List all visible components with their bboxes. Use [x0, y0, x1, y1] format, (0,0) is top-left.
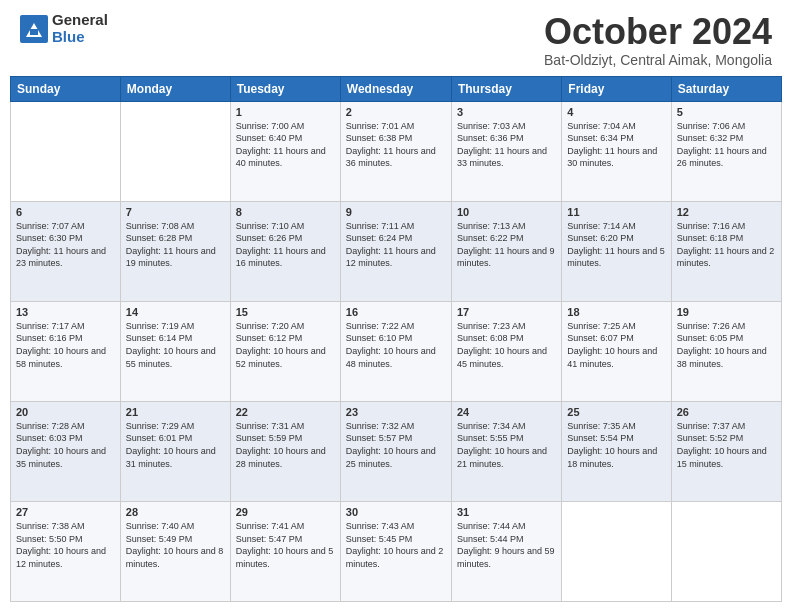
day-number: 26 [677, 406, 776, 418]
day-number: 12 [677, 206, 776, 218]
day-info: Sunrise: 7:06 AM Sunset: 6:32 PM Dayligh… [677, 120, 776, 170]
day-number: 6 [16, 206, 115, 218]
table-row: 22Sunrise: 7:31 AM Sunset: 5:59 PM Dayli… [230, 401, 340, 501]
day-number: 28 [126, 506, 225, 518]
day-number: 27 [16, 506, 115, 518]
day-info: Sunrise: 7:07 AM Sunset: 6:30 PM Dayligh… [16, 220, 115, 270]
day-info: Sunrise: 7:16 AM Sunset: 6:18 PM Dayligh… [677, 220, 776, 270]
table-row [671, 501, 781, 601]
logo-general-text: General [52, 12, 108, 29]
day-info: Sunrise: 7:43 AM Sunset: 5:45 PM Dayligh… [346, 520, 446, 570]
table-row: 26Sunrise: 7:37 AM Sunset: 5:52 PM Dayli… [671, 401, 781, 501]
table-row: 3Sunrise: 7:03 AM Sunset: 6:36 PM Daylig… [451, 101, 561, 201]
table-row: 18Sunrise: 7:25 AM Sunset: 6:07 PM Dayli… [562, 301, 671, 401]
day-info: Sunrise: 7:14 AM Sunset: 6:20 PM Dayligh… [567, 220, 665, 270]
day-info: Sunrise: 7:25 AM Sunset: 6:07 PM Dayligh… [567, 320, 665, 370]
week-row: 1Sunrise: 7:00 AM Sunset: 6:40 PM Daylig… [11, 101, 782, 201]
table-row: 29Sunrise: 7:41 AM Sunset: 5:47 PM Dayli… [230, 501, 340, 601]
week-row: 27Sunrise: 7:38 AM Sunset: 5:50 PM Dayli… [11, 501, 782, 601]
day-info: Sunrise: 7:32 AM Sunset: 5:57 PM Dayligh… [346, 420, 446, 470]
day-of-week-friday: Friday [562, 76, 671, 101]
day-info: Sunrise: 7:23 AM Sunset: 6:08 PM Dayligh… [457, 320, 556, 370]
calendar-table: SundayMondayTuesdayWednesdayThursdayFrid… [10, 76, 782, 602]
header-row: SundayMondayTuesdayWednesdayThursdayFrid… [11, 76, 782, 101]
day-number: 30 [346, 506, 446, 518]
day-number: 31 [457, 506, 556, 518]
calendar: SundayMondayTuesdayWednesdayThursdayFrid… [0, 76, 792, 612]
day-number: 3 [457, 106, 556, 118]
table-row: 14Sunrise: 7:19 AM Sunset: 6:14 PM Dayli… [120, 301, 230, 401]
table-row: 9Sunrise: 7:11 AM Sunset: 6:24 PM Daylig… [340, 201, 451, 301]
table-row: 25Sunrise: 7:35 AM Sunset: 5:54 PM Dayli… [562, 401, 671, 501]
table-row: 27Sunrise: 7:38 AM Sunset: 5:50 PM Dayli… [11, 501, 121, 601]
day-info: Sunrise: 7:28 AM Sunset: 6:03 PM Dayligh… [16, 420, 115, 470]
day-number: 24 [457, 406, 556, 418]
logo-text: General Blue [52, 12, 108, 45]
day-of-week-sunday: Sunday [11, 76, 121, 101]
day-info: Sunrise: 7:40 AM Sunset: 5:49 PM Dayligh… [126, 520, 225, 570]
day-number: 14 [126, 306, 225, 318]
day-info: Sunrise: 7:38 AM Sunset: 5:50 PM Dayligh… [16, 520, 115, 570]
day-number: 4 [567, 106, 665, 118]
table-row: 20Sunrise: 7:28 AM Sunset: 6:03 PM Dayli… [11, 401, 121, 501]
day-number: 17 [457, 306, 556, 318]
day-info: Sunrise: 7:37 AM Sunset: 5:52 PM Dayligh… [677, 420, 776, 470]
day-info: Sunrise: 7:29 AM Sunset: 6:01 PM Dayligh… [126, 420, 225, 470]
table-row: 24Sunrise: 7:34 AM Sunset: 5:55 PM Dayli… [451, 401, 561, 501]
table-row: 19Sunrise: 7:26 AM Sunset: 6:05 PM Dayli… [671, 301, 781, 401]
table-row: 2Sunrise: 7:01 AM Sunset: 6:38 PM Daylig… [340, 101, 451, 201]
day-info: Sunrise: 7:31 AM Sunset: 5:59 PM Dayligh… [236, 420, 335, 470]
table-row: 4Sunrise: 7:04 AM Sunset: 6:34 PM Daylig… [562, 101, 671, 201]
day-number: 8 [236, 206, 335, 218]
day-info: Sunrise: 7:13 AM Sunset: 6:22 PM Dayligh… [457, 220, 556, 270]
header: General Blue October 2024 Bat-Oldziyt, C… [0, 0, 792, 76]
day-info: Sunrise: 7:44 AM Sunset: 5:44 PM Dayligh… [457, 520, 556, 570]
table-row: 10Sunrise: 7:13 AM Sunset: 6:22 PM Dayli… [451, 201, 561, 301]
day-of-week-tuesday: Tuesday [230, 76, 340, 101]
day-number: 25 [567, 406, 665, 418]
day-number: 13 [16, 306, 115, 318]
day-number: 22 [236, 406, 335, 418]
day-number: 1 [236, 106, 335, 118]
day-info: Sunrise: 7:03 AM Sunset: 6:36 PM Dayligh… [457, 120, 556, 170]
day-info: Sunrise: 7:26 AM Sunset: 6:05 PM Dayligh… [677, 320, 776, 370]
day-info: Sunrise: 7:41 AM Sunset: 5:47 PM Dayligh… [236, 520, 335, 570]
title-area: October 2024 Bat-Oldziyt, Central Aimak,… [544, 12, 772, 68]
day-number: 10 [457, 206, 556, 218]
day-info: Sunrise: 7:08 AM Sunset: 6:28 PM Dayligh… [126, 220, 225, 270]
day-info: Sunrise: 7:00 AM Sunset: 6:40 PM Dayligh… [236, 120, 335, 170]
day-info: Sunrise: 7:10 AM Sunset: 6:26 PM Dayligh… [236, 220, 335, 270]
logo-blue-text: Blue [52, 29, 108, 46]
table-row: 8Sunrise: 7:10 AM Sunset: 6:26 PM Daylig… [230, 201, 340, 301]
table-row: 11Sunrise: 7:14 AM Sunset: 6:20 PM Dayli… [562, 201, 671, 301]
page: General Blue October 2024 Bat-Oldziyt, C… [0, 0, 792, 612]
month-title: October 2024 [544, 12, 772, 52]
table-row: 15Sunrise: 7:20 AM Sunset: 6:12 PM Dayli… [230, 301, 340, 401]
table-row: 7Sunrise: 7:08 AM Sunset: 6:28 PM Daylig… [120, 201, 230, 301]
table-row: 1Sunrise: 7:00 AM Sunset: 6:40 PM Daylig… [230, 101, 340, 201]
table-row [120, 101, 230, 201]
week-row: 20Sunrise: 7:28 AM Sunset: 6:03 PM Dayli… [11, 401, 782, 501]
day-number: 21 [126, 406, 225, 418]
day-number: 7 [126, 206, 225, 218]
table-row: 12Sunrise: 7:16 AM Sunset: 6:18 PM Dayli… [671, 201, 781, 301]
table-row: 5Sunrise: 7:06 AM Sunset: 6:32 PM Daylig… [671, 101, 781, 201]
day-info: Sunrise: 7:34 AM Sunset: 5:55 PM Dayligh… [457, 420, 556, 470]
day-number: 23 [346, 406, 446, 418]
week-row: 6Sunrise: 7:07 AM Sunset: 6:30 PM Daylig… [11, 201, 782, 301]
day-number: 29 [236, 506, 335, 518]
day-info: Sunrise: 7:04 AM Sunset: 6:34 PM Dayligh… [567, 120, 665, 170]
table-row: 6Sunrise: 7:07 AM Sunset: 6:30 PM Daylig… [11, 201, 121, 301]
svg-rect-2 [30, 29, 38, 35]
table-row: 17Sunrise: 7:23 AM Sunset: 6:08 PM Dayli… [451, 301, 561, 401]
day-info: Sunrise: 7:01 AM Sunset: 6:38 PM Dayligh… [346, 120, 446, 170]
table-row: 23Sunrise: 7:32 AM Sunset: 5:57 PM Dayli… [340, 401, 451, 501]
day-number: 16 [346, 306, 446, 318]
day-info: Sunrise: 7:19 AM Sunset: 6:14 PM Dayligh… [126, 320, 225, 370]
table-row: 16Sunrise: 7:22 AM Sunset: 6:10 PM Dayli… [340, 301, 451, 401]
day-number: 20 [16, 406, 115, 418]
day-number: 9 [346, 206, 446, 218]
day-number: 19 [677, 306, 776, 318]
table-row: 13Sunrise: 7:17 AM Sunset: 6:16 PM Dayli… [11, 301, 121, 401]
day-info: Sunrise: 7:17 AM Sunset: 6:16 PM Dayligh… [16, 320, 115, 370]
